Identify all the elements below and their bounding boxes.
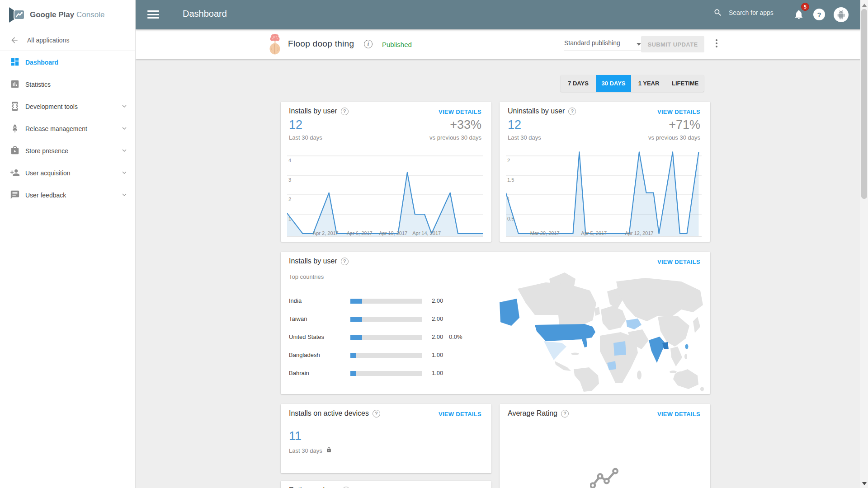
chevron-down-icon (120, 169, 128, 177)
logo-text-google-play: Google Play (30, 10, 74, 19)
store-icon (10, 145, 20, 155)
help-circle-icon[interactable]: ? (561, 410, 569, 418)
sidebar-item-release-management[interactable]: Release management (0, 117, 136, 140)
view-details-link[interactable]: VIEW DETAILS (439, 108, 481, 115)
card-title: Installs by user ? (289, 257, 349, 265)
scrollbar-thumb[interactable] (861, 9, 867, 199)
active-devices-card: Installs on active devices ? VIEW DETAIL… (281, 404, 491, 473)
map-canada (518, 282, 596, 325)
chevron-down-icon (120, 191, 128, 199)
release-icon (10, 123, 20, 133)
country-bar-fill (350, 353, 356, 358)
map-mexico-highlight (544, 341, 566, 360)
svg-text:Apr 10, 2017: Apr 10, 2017 (379, 230, 407, 236)
acquisition-icon (10, 168, 20, 178)
lock-icon (326, 446, 332, 455)
uninstalls-value: 12 (508, 118, 521, 132)
dropdown-caret-icon (637, 43, 641, 46)
map-madagascar (637, 371, 642, 380)
sidebar-item-dashboard[interactable]: Dashboard (0, 51, 136, 73)
help-circle-icon[interactable]: ? (342, 487, 350, 488)
country-value: 1.00 (432, 370, 443, 376)
app-header-bar: Floop doop thing i Published Standard pu… (136, 29, 868, 59)
sidebar-item-label: Statistics (25, 81, 51, 88)
active-devices-period: Last 30 days (289, 446, 332, 455)
map-libya-highlight (613, 341, 626, 356)
view-details-link[interactable]: VIEW DETAILS (439, 411, 481, 418)
scrollbar-up-arrow[interactable] (862, 4, 867, 7)
notifications-button[interactable] (793, 9, 804, 22)
world-map (491, 264, 706, 394)
time-range-tabs: 7 DAYS30 DAYS1 YEARLIFETIME (561, 75, 704, 92)
tab-7-days[interactable]: 7 DAYS (561, 75, 596, 92)
map-cuba (571, 353, 579, 355)
sidebar-item-user-feedback[interactable]: User feedback (0, 184, 136, 206)
uninstalls-by-user-card: Uninstalls by user ? VIEW DETAILS 12 Las… (500, 102, 710, 242)
card-title: Uninstalls by user ? (508, 107, 576, 115)
overflow-menu-icon[interactable] (713, 39, 720, 49)
map-central-america (555, 361, 571, 371)
map-europe (601, 306, 626, 330)
all-applications-back[interactable]: All applications (0, 29, 136, 51)
map-indonesia-1 (670, 371, 677, 373)
sidebar-item-label: Store presence (25, 147, 68, 155)
tab-lifetime[interactable]: LIFETIME (666, 75, 704, 92)
sidebar-item-statistics[interactable]: Statistics (0, 73, 136, 95)
card-title: Ratings volume ? (289, 486, 350, 488)
publish-status: Published (382, 41, 412, 48)
top-countries-card: Installs by user ? VIEW DETAILS Top coun… (281, 252, 710, 394)
info-icon[interactable]: i (364, 40, 373, 48)
sidebar-item-store-presence[interactable]: Store presence (0, 140, 136, 162)
map-africa (600, 332, 638, 383)
country-bar-track (350, 353, 422, 358)
help-button[interactable]: ? (813, 9, 825, 20)
map-us-highlight (535, 324, 595, 347)
search-input[interactable]: Search for apps (713, 8, 774, 17)
search-icon (713, 8, 722, 17)
svg-text:4: 4 (288, 158, 291, 163)
average-rating-card: Average Rating ? VIEW DETAILS (500, 404, 710, 488)
help-circle-icon[interactable]: ? (373, 410, 380, 418)
map-philippines (684, 354, 687, 359)
help-circle-icon[interactable]: ? (568, 108, 576, 115)
tab-30-days[interactable]: 30 DAYS (596, 75, 631, 92)
help-circle-icon[interactable]: ? (341, 108, 349, 115)
uninstalls-period: Last 30 days (508, 134, 541, 141)
tab-1-year[interactable]: 1 YEAR (631, 75, 666, 92)
country-name: United States (289, 333, 324, 340)
svg-text:3: 3 (288, 177, 291, 183)
app-name: Floop doop thing (288, 39, 354, 49)
svg-text:2: 2 (288, 197, 291, 202)
map-ukraine-highlight (626, 319, 642, 329)
dashboard-icon (10, 57, 20, 67)
play-console-logo[interactable]: Google Play Console (0, 0, 136, 29)
menu-icon[interactable] (147, 10, 159, 19)
country-row: Bahrain1.00 (281, 370, 493, 377)
svg-text:2: 2 (507, 158, 510, 163)
page-scrollbar[interactable] (860, 0, 868, 488)
country-row: India2.00 (281, 297, 493, 305)
back-arrow-icon (10, 36, 19, 45)
scrollbar-down-arrow[interactable] (862, 482, 867, 485)
card-title: Installs on active devices ? (289, 409, 380, 418)
installs-delta: +33% (450, 118, 481, 132)
submit-update-button[interactable]: SUBMIT UPDATE (641, 36, 704, 52)
country-value: 2.00 (432, 315, 443, 322)
devtools-icon (10, 101, 20, 111)
view-details-link[interactable]: VIEW DETAILS (657, 108, 700, 115)
map-japan (693, 317, 700, 333)
play-console-logo-icon (7, 6, 25, 24)
view-details-link[interactable]: VIEW DETAILS (657, 411, 700, 418)
publishing-mode-select[interactable]: Standard publishing (564, 39, 642, 51)
svg-text:Apr 5, 2017: Apr 5, 2017 (581, 230, 607, 236)
uninstalls-line-chart: 0.511.52Mar 29, 2017Apr 5, 2017Apr 12, 2… (506, 150, 702, 238)
top-countries-subtitle: Top countries (289, 273, 324, 280)
publishing-mode-value: Standard publishing (564, 39, 620, 47)
sidebar-item-development-tools[interactable]: Development tools (0, 95, 136, 117)
help-circle-icon[interactable]: ? (341, 258, 349, 265)
account-avatar[interactable] (834, 7, 849, 22)
country-bar-track (350, 335, 422, 340)
play-console-dashboard: Dashboard Search for apps 5 ? (0, 0, 868, 488)
sidebar-item-user-acquisition[interactable]: User acquisition (0, 162, 136, 184)
map-uk (594, 307, 600, 316)
